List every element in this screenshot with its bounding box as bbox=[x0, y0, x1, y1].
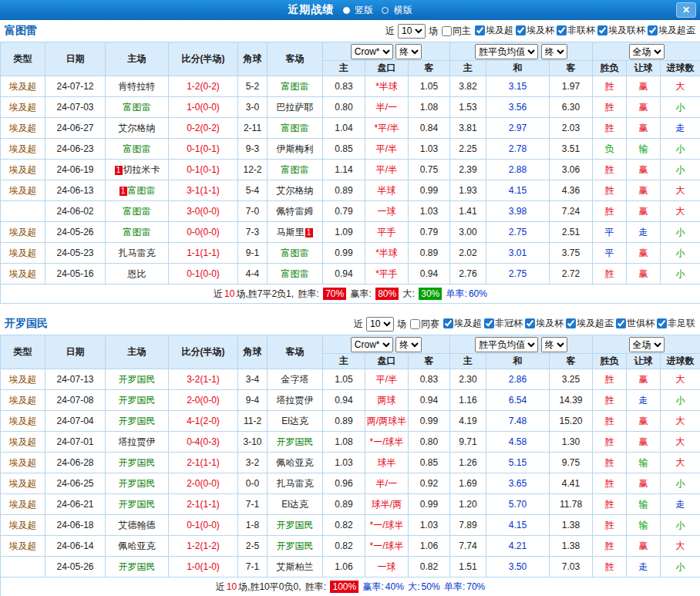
avg-home-odds: 2.25 bbox=[450, 139, 486, 160]
avg-draw-odds: 2.75 bbox=[486, 222, 550, 243]
result-goals: 小 bbox=[661, 243, 700, 264]
matches-table: 类型 日期 主场 比分(半场) 角球 客场 Crow* 终 胜平负均值 终 bbox=[0, 42, 700, 304]
corners: 9-1 bbox=[238, 243, 268, 264]
away-water-odds: 0.94 bbox=[409, 390, 450, 411]
league-filter[interactable]: 世俱杯 bbox=[616, 317, 655, 330]
avg-odds-select[interactable]: 胜平负均值 bbox=[475, 337, 538, 352]
same-condition-checkbox[interactable]: 同赛 bbox=[410, 318, 439, 331]
away-water-odds: 0.79 bbox=[409, 222, 450, 243]
close-button[interactable]: ✕ bbox=[676, 2, 696, 18]
league-filter[interactable]: 埃及联杯 bbox=[597, 24, 645, 37]
scope-select[interactable]: 全场 bbox=[629, 44, 665, 59]
away-team-name: 金字塔 bbox=[281, 374, 309, 385]
league-filter[interactable]: 埃及超 bbox=[443, 317, 482, 330]
corners: 0-0 bbox=[238, 473, 268, 494]
league-checkbox[interactable] bbox=[657, 318, 667, 328]
home-water-odds: 1.09 bbox=[323, 222, 365, 243]
handicap-line: 半/一 bbox=[365, 473, 409, 494]
avg-draw-odds: 4.58 bbox=[486, 432, 550, 453]
same-condition-input[interactable] bbox=[442, 26, 452, 36]
league-filter[interactable]: 非联杯 bbox=[557, 24, 595, 37]
avg-draw-odds: 5.70 bbox=[486, 494, 550, 515]
league-checkbox[interactable] bbox=[516, 25, 526, 35]
league-filter[interactable]: 非冠杯 bbox=[484, 317, 523, 330]
handicap-line: 球半/两 bbox=[365, 494, 409, 515]
result-wdl: 胜 bbox=[593, 180, 627, 201]
league-checkbox[interactable] bbox=[443, 318, 453, 328]
match-date: 24-05-16 bbox=[45, 264, 106, 285]
scope-select[interactable]: 全场 bbox=[629, 337, 665, 352]
vertical-layout-radio[interactable] bbox=[343, 7, 350, 14]
avg-draw-odds: 4.15 bbox=[486, 180, 550, 201]
handicap-line: 平/半 bbox=[365, 369, 409, 390]
league-type: 埃及超 bbox=[1, 432, 45, 453]
avg-home-odds: 2.02 bbox=[450, 243, 486, 264]
league-filter[interactable]: 埃及超盃 bbox=[566, 317, 614, 330]
result-handicap: 赢 bbox=[627, 243, 661, 264]
score: 3-0(0-0) bbox=[169, 201, 238, 222]
league-label: 世俱杯 bbox=[627, 317, 655, 330]
handicap-line: *半球 bbox=[365, 243, 409, 264]
result-wdl: 胜 bbox=[593, 369, 627, 390]
away-team-name: 马斯里 bbox=[277, 227, 305, 237]
league-checkbox[interactable] bbox=[475, 25, 485, 35]
league-type: 埃及超 bbox=[1, 243, 45, 264]
col-score: 比分(半场) bbox=[169, 42, 238, 76]
match-count-select[interactable]: 10 bbox=[398, 24, 426, 39]
league-checkbox[interactable] bbox=[616, 318, 626, 328]
odds-company-select[interactable]: Crow* bbox=[351, 44, 393, 59]
result-wdl: 负 bbox=[593, 139, 627, 160]
handicap-line: 一球 bbox=[365, 201, 409, 222]
league-type: 埃及超 bbox=[1, 222, 45, 243]
league-checkbox[interactable] bbox=[557, 25, 567, 35]
league-checkbox[interactable] bbox=[484, 318, 494, 328]
avg-odds-select[interactable]: 胜平负均值 bbox=[475, 44, 538, 59]
away-team-name: 开罗国民 bbox=[277, 540, 314, 551]
avg-time-select[interactable]: 终 bbox=[541, 44, 567, 59]
league-label: 非联杯 bbox=[567, 24, 595, 37]
league-type: 埃及超 bbox=[1, 494, 45, 515]
league-checkbox[interactable] bbox=[648, 25, 658, 35]
match-count-select[interactable]: 10 bbox=[366, 317, 394, 332]
odds-group-header: Crow* 终 bbox=[323, 42, 450, 61]
result-wdl: 胜 bbox=[593, 453, 627, 473]
result-handicap: 输 bbox=[627, 515, 661, 536]
odds-time-select[interactable]: 终 bbox=[395, 44, 422, 59]
vertical-layout-label[interactable]: 竖版 bbox=[355, 5, 373, 15]
league-filter[interactable]: 埃及杯 bbox=[525, 317, 564, 330]
avg-away-odds: 1.97 bbox=[550, 76, 593, 97]
avg-away-odds: 1.30 bbox=[550, 432, 593, 453]
league-checkbox[interactable] bbox=[525, 318, 535, 328]
match-rows: 埃及超24-07-12肯特拉特1-2(0-2)5-2富图雷0.83*半球1.05… bbox=[1, 76, 700, 285]
same-condition-input[interactable] bbox=[410, 319, 420, 329]
result-handicap: 赢 bbox=[627, 369, 661, 390]
avg-draw-odds: 3.01 bbox=[486, 243, 550, 264]
avg-time-select[interactable]: 终 bbox=[541, 337, 567, 352]
stat-value: 40% bbox=[385, 581, 404, 592]
league-checkbox[interactable] bbox=[597, 25, 607, 35]
result-handicap: 走 bbox=[627, 557, 661, 577]
home-team: 富图雷 bbox=[106, 97, 169, 118]
league-type: 埃及超 bbox=[1, 97, 45, 118]
result-handicap: 赢 bbox=[627, 411, 661, 432]
horizontal-layout-label[interactable]: 横版 bbox=[394, 5, 412, 15]
horizontal-layout-radio[interactable] bbox=[382, 7, 389, 14]
home-team-name: 富图雷 bbox=[128, 185, 156, 196]
score: 2-1(1-1) bbox=[169, 453, 238, 473]
league-filter[interactable]: 埃及杯 bbox=[516, 24, 554, 37]
away-team: 伊斯梅利 bbox=[268, 139, 323, 160]
avg-draw-odds: 4.21 bbox=[486, 536, 550, 557]
league-filter[interactable]: 埃及超 bbox=[475, 24, 513, 37]
result-handicap: 走 bbox=[627, 390, 661, 411]
result-goals: 小 bbox=[661, 473, 700, 494]
league-checkbox[interactable] bbox=[566, 318, 576, 328]
col-avg-draw: 和 bbox=[486, 354, 550, 369]
stat-label: 赢率: bbox=[360, 581, 384, 592]
avg-away-odds: 3.51 bbox=[550, 139, 593, 160]
odds-company-select[interactable]: Crow* bbox=[351, 337, 393, 352]
same-condition-checkbox[interactable]: 同主 bbox=[442, 25, 471, 38]
league-filter[interactable]: 非足联 bbox=[657, 317, 695, 330]
avg-home-odds: 9.71 bbox=[450, 432, 486, 453]
odds-time-select[interactable]: 终 bbox=[395, 337, 422, 352]
league-filter[interactable]: 埃及超盃 bbox=[648, 24, 695, 37]
